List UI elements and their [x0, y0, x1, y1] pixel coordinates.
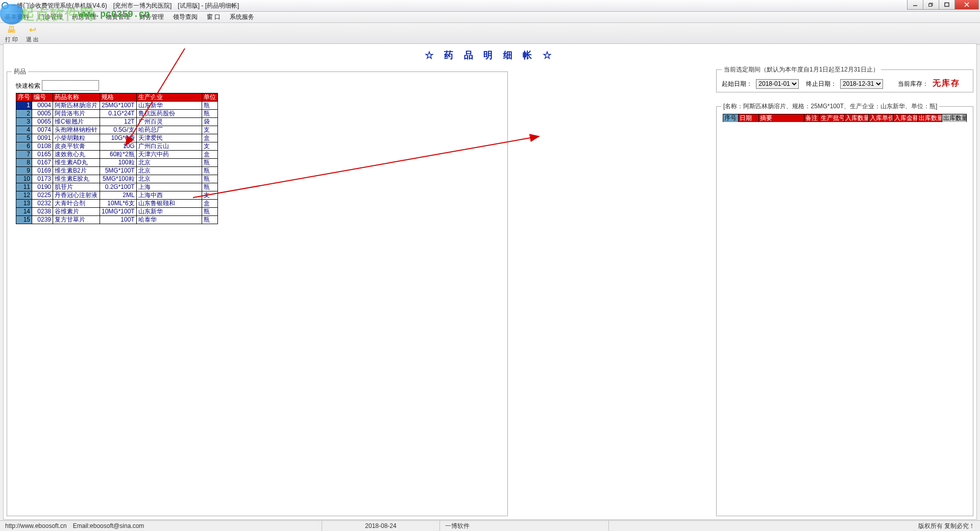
- stock-value: 无库存: [933, 79, 960, 87]
- table-row[interactable]: 50091小柴胡颗粒10G*6袋天津爱民盒: [16, 134, 218, 142]
- app-icon: [2, 2, 9, 9]
- menu-item[interactable]: 窗 口: [202, 12, 225, 22]
- table-row[interactable]: 30065维C银翘片12T广州百灵袋: [16, 118, 218, 126]
- menu-item[interactable]: 基本资料: [0, 12, 34, 22]
- table-row[interactable]: 120225丹香冠心注射液2ML上海中西支: [16, 191, 218, 200]
- menu-item[interactable]: 物资管理: [101, 12, 135, 22]
- col-header: 入库金额: [893, 114, 918, 123]
- col-header: 出库数量: [942, 114, 967, 123]
- svg-rect-2: [929, 4, 932, 7]
- drug-table[interactable]: 序号编号药品名称规格生产企业单位 10004阿斯匹林肠溶片25MG*100T山东…: [16, 93, 218, 224]
- status-date: 2018-08-24: [322, 521, 440, 531]
- end-date-select[interactable]: 2018-12-31: [840, 79, 883, 89]
- table-row[interactable]: 140238谷维素片10MG*100T山东新华瓶: [16, 208, 218, 216]
- table-row[interactable]: 90169维生素B2片5MG*100T北京瓶: [16, 167, 218, 175]
- col-header: 药品名称: [53, 93, 100, 102]
- col-header: 编号: [32, 93, 53, 102]
- table-row[interactable]: 70165速效救心丸60粒*2瓶天津六中药盒: [16, 151, 218, 159]
- col-header: 日期: [739, 114, 759, 123]
- window-title: 一博门诊收费管理系统(单机版V4.6) [兖州市一博为民医院] [试用版] - …: [11, 2, 239, 10]
- start-date-select[interactable]: 2018-01-01: [756, 79, 799, 89]
- col-header: 入库数量: [844, 114, 869, 123]
- menu-item[interactable]: 门诊管理: [34, 12, 67, 22]
- page-title: ☆ 药 品 明 细 帐 ☆: [4, 49, 976, 61]
- exit-button[interactable]: ↩ 退 出: [24, 24, 41, 44]
- col-header: 序号: [16, 93, 32, 102]
- menu-item[interactable]: 财务管理: [135, 12, 168, 22]
- table-row[interactable]: 20005阿昔洛韦片0.1G*24T鲁抗医药股份瓶: [16, 110, 218, 118]
- table-row[interactable]: 40074头孢唑林钠粉针0.5G/支哈药总厂支: [16, 126, 218, 134]
- col-header: 规格: [100, 93, 137, 102]
- period-panel: 当前选定期间（默认为本年度自1月1日起至12月31日止） 起始日期： 2018-…: [716, 65, 973, 92]
- drug-list-panel: 药品 快速检索 序号编号药品名称规格生产企业单位 10004阿斯匹林肠溶片25M…: [7, 67, 508, 516]
- exit-icon: ↩: [27, 25, 38, 36]
- detail-legend: [名称：阿斯匹林肠溶片、规格：25MG*100T、生产企业：山东新华、单位：瓶]: [721, 102, 939, 111]
- col-header: 出库数量: [918, 114, 942, 123]
- printer-icon: 🖶: [6, 25, 17, 36]
- status-bar: http://www.eboosoft.cn Email:eboosoft@si…: [0, 520, 980, 531]
- col-header: 序号: [723, 114, 739, 123]
- col-header: 入库单价: [869, 114, 893, 123]
- end-date-label: 终止日期：: [806, 80, 837, 87]
- status-vendor: 一博软件: [440, 521, 609, 531]
- drug-legend: 药品: [12, 67, 28, 76]
- table-row[interactable]: 60108皮炎平软膏10G广州白云山支: [16, 142, 218, 151]
- start-date-label: 起始日期：: [722, 80, 752, 87]
- detail-panel: [名称：阿斯匹林肠溶片、规格：25MG*100T、生产企业：山东新华、单位：瓶]…: [716, 102, 973, 516]
- stock-label: 当前库存：: [898, 80, 928, 87]
- period-legend: 当前选定期间（默认为本年度自1月1日起至12月31日止）: [722, 65, 881, 74]
- search-label: 快速检索: [16, 82, 40, 89]
- table-row[interactable]: 130232大青叶合剂10ML*6支山东鲁银颐和盒: [16, 200, 218, 208]
- close-button[interactable]: [954, 0, 979, 10]
- table-row[interactable]: 110190肌苷片0.2G*100T上海瓶: [16, 183, 218, 191]
- svg-rect-3: [945, 3, 949, 7]
- detail-table[interactable]: 序号日期摘要备注生产批号入库数量入库单价入库金额出库数量出库数量: [723, 114, 967, 123]
- table-row[interactable]: 10004阿斯匹林肠溶片25MG*100T山东新华瓶: [16, 102, 218, 110]
- print-button[interactable]: 🖶 打 印: [3, 24, 20, 44]
- table-row[interactable]: 80167维生素AD丸100粒北京瓶: [16, 159, 218, 167]
- menu-item[interactable]: 领导查阅: [168, 12, 202, 22]
- menu-item[interactable]: 药房管理: [67, 12, 101, 22]
- col-header: 单位: [202, 93, 217, 102]
- status-url: http://www.eboosoft.cn Email:eboosoft@si…: [0, 521, 322, 531]
- menu-item[interactable]: 系统服务: [225, 12, 259, 22]
- search-input[interactable]: [42, 80, 99, 91]
- restore-button[interactable]: [923, 0, 939, 10]
- col-header: 备注: [804, 114, 820, 123]
- table-row[interactable]: 150239复方甘草片100T哈泰华瓶: [16, 216, 218, 224]
- col-header: 摘要: [759, 114, 804, 123]
- table-row[interactable]: 100173维生素E胶丸5MG*100粒北京瓶: [16, 175, 218, 183]
- minimize-button[interactable]: [907, 0, 923, 10]
- col-header: 生产批号: [820, 114, 844, 123]
- maximize-button[interactable]: [939, 0, 955, 10]
- status-copyright: 版权所有 复制必究！: [913, 521, 980, 531]
- col-header: 生产企业: [136, 93, 202, 102]
